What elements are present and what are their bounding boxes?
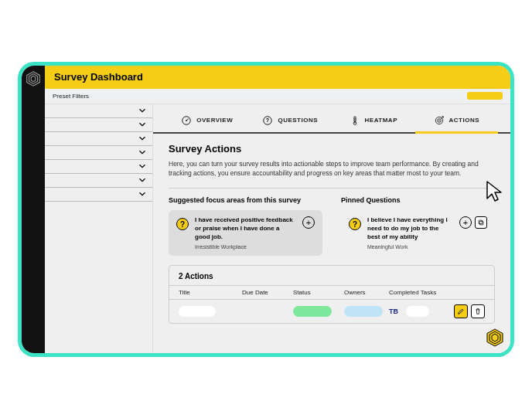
actions-table-title: 2 Actions: [169, 266, 494, 285]
thermometer-icon: [350, 115, 360, 126]
tab-label: ACTIONS: [449, 117, 480, 124]
main-area: Survey Dashboard Preset Filters OVERVIEW: [45, 66, 510, 353]
add-focus-button[interactable]: +: [302, 216, 315, 229]
app-logo-icon: [25, 70, 42, 87]
pencil-icon: [457, 308, 465, 315]
focus-heading: Suggested focus areas from this survey: [169, 196, 322, 204]
filter-row[interactable]: [45, 132, 152, 146]
tab-heatmap[interactable]: HEATMAP: [332, 110, 415, 132]
sub-toolbar: Preset Filters: [45, 89, 510, 104]
svg-rect-14: [479, 220, 483, 224]
row-status-pill: [293, 306, 332, 317]
content: OVERVIEW ? QUESTIONS HEATMAP ACTIONS: [153, 104, 510, 353]
pinned-card-text: I believe I have everything I need to do…: [367, 216, 453, 250]
focus-card: ? I have received positive feedback or p…: [169, 210, 322, 256]
focus-column: Suggested focus areas from this survey ?…: [169, 196, 322, 256]
filters-sidebar: [45, 104, 153, 353]
tabs: OVERVIEW ? QUESTIONS HEATMAP ACTIONS: [153, 104, 510, 134]
trash-icon: [474, 308, 482, 315]
target-icon: [434, 115, 445, 126]
titlebar: Survey Dashboard: [45, 66, 510, 89]
edit-action-button[interactable]: [454, 304, 468, 318]
pinned-card-category: Meaningful Work: [367, 244, 453, 250]
chevron-down-icon: [137, 105, 148, 116]
chevron-down-icon: [137, 161, 148, 172]
tab-label: QUESTIONS: [278, 117, 318, 124]
chevron-down-icon: [137, 175, 148, 185]
copy-icon: [477, 219, 485, 226]
copy-pinned-button[interactable]: [475, 216, 487, 229]
delete-action-button[interactable]: [471, 304, 485, 318]
table-row[interactable]: TB: [169, 300, 494, 323]
row-completed-value: [406, 306, 429, 317]
page-title: Survey Dashboard: [54, 71, 143, 83]
tab-label: HEATMAP: [365, 117, 397, 124]
focus-card-question: I have received positive feedback or pra…: [195, 216, 296, 241]
focus-card-category: Irresistible Workplace: [195, 244, 296, 250]
tab-label: OVERVIEW: [196, 117, 233, 124]
tab-actions[interactable]: ACTIONS: [415, 110, 499, 132]
corner-logo-icon: [486, 328, 504, 347]
row-owners-initials: TB: [389, 308, 398, 315]
toolbar-action-button[interactable]: [467, 92, 503, 100]
svg-point-12: [438, 120, 439, 121]
left-rail: [22, 66, 45, 353]
filter-row[interactable]: [45, 118, 152, 132]
question-circle-icon: ?: [262, 115, 273, 126]
svg-point-4: [186, 120, 187, 121]
filter-row[interactable]: [45, 146, 152, 160]
pinned-card: ? I believe I have everything I need to …: [341, 210, 495, 256]
chevron-down-icon: [137, 119, 148, 130]
question-icon: ?: [176, 218, 189, 230]
chevron-down-icon: [137, 189, 148, 199]
actions-table: 2 Actions Title Due Date Status Owners C…: [169, 265, 495, 324]
col-title: Title: [179, 289, 236, 296]
gauge-icon: [181, 115, 192, 126]
chevron-down-icon: [137, 147, 148, 158]
tab-questions[interactable]: ? QUESTIONS: [249, 110, 332, 132]
col-due: Due Date: [242, 289, 287, 296]
tab-overview[interactable]: OVERVIEW: [165, 110, 249, 132]
svg-marker-1: [29, 73, 38, 83]
cards-row: Suggested focus areas from this survey ?…: [153, 189, 510, 260]
chevron-down-icon: [137, 133, 148, 144]
pinned-heading: Pinned Questions: [341, 196, 495, 204]
preset-filters-label: Preset Filters: [53, 93, 89, 100]
filter-row[interactable]: [45, 174, 152, 188]
col-status: Status: [293, 289, 338, 296]
col-owners: Owners: [344, 289, 383, 296]
col-completed: Completed Tasks: [389, 289, 485, 296]
question-icon: ?: [349, 218, 361, 230]
body: OVERVIEW ? QUESTIONS HEATMAP ACTIONS: [45, 104, 510, 353]
add-pinned-button[interactable]: +: [459, 216, 472, 229]
svg-marker-2: [31, 76, 36, 81]
filter-row[interactable]: [45, 104, 152, 118]
pinned-card-question: I believe I have everything I need to do…: [367, 216, 453, 241]
svg-rect-13: [479, 221, 483, 225]
section-description: Here, you can turn your survey results i…: [169, 159, 495, 179]
section-title: Survey Actions: [169, 143, 495, 155]
pinned-column: Pinned Questions ? I believe I have ever…: [341, 196, 495, 256]
screen: Survey Dashboard Preset Filters OVERVIEW: [22, 66, 510, 353]
row-owner-pill: [344, 306, 383, 317]
row-title-value: [179, 306, 216, 317]
filter-row[interactable]: [45, 188, 152, 202]
filter-row[interactable]: [45, 160, 152, 174]
device-frame: Survey Dashboard Preset Filters OVERVIEW: [19, 63, 513, 356]
svg-text:?: ?: [266, 117, 270, 123]
table-header: Title Due Date Status Owners Completed T…: [169, 285, 494, 300]
section-intro: Survey Actions Here, you can turn your s…: [153, 134, 510, 185]
focus-card-text: I have received positive feedback or pra…: [195, 216, 296, 250]
